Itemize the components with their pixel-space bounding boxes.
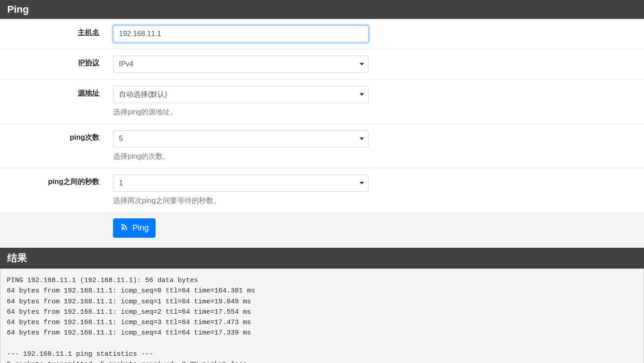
row-source: 源地址 自动选择(默认) 选择ping的源地址。 bbox=[0, 80, 644, 124]
results-output: PING 192.168.11.1 (192.168.11.1): 56 dat… bbox=[0, 269, 644, 363]
label-hostname: 主机名 bbox=[0, 25, 113, 38]
count-select[interactable]: 5 bbox=[113, 130, 369, 147]
row-ipproto: IP协议 IPv4 bbox=[0, 49, 644, 80]
row-interval: ping之间的秒数 1 选择两次ping之间要等待的秒数。 bbox=[0, 168, 644, 212]
label-count: ping次数 bbox=[0, 130, 113, 142]
label-ipproto: IP协议 bbox=[0, 56, 113, 68]
ping-form: 主机名 IP协议 IPv4 源地址 自动选择(默认) 选择ping的源地址。 p bbox=[0, 19, 644, 212]
help-interval: 选择两次ping之间要等待的秒数。 bbox=[113, 196, 369, 206]
label-interval: ping之间的秒数 bbox=[0, 174, 113, 187]
page-title: Ping bbox=[0, 0, 644, 19]
results-panel: 结果 PING 192.168.11.1 (192.168.11.1): 56 … bbox=[0, 248, 644, 363]
ping-button-label: Ping bbox=[133, 223, 149, 233]
rss-icon bbox=[120, 222, 129, 234]
hostname-input[interactable] bbox=[113, 25, 369, 42]
label-source: 源地址 bbox=[0, 86, 113, 98]
help-count: 选择ping的次数。 bbox=[113, 152, 369, 161]
ping-button[interactable]: Ping bbox=[113, 218, 156, 238]
results-title: 结果 bbox=[0, 248, 644, 269]
button-row: Ping bbox=[0, 212, 644, 244]
ipproto-select[interactable]: IPv4 bbox=[113, 56, 369, 73]
interval-select[interactable]: 1 bbox=[113, 174, 369, 192]
row-count: ping次数 5 选择ping的次数。 bbox=[0, 124, 644, 168]
source-select[interactable]: 自动选择(默认) bbox=[113, 86, 369, 103]
row-hostname: 主机名 bbox=[0, 19, 644, 49]
help-source: 选择ping的源地址。 bbox=[113, 108, 369, 117]
